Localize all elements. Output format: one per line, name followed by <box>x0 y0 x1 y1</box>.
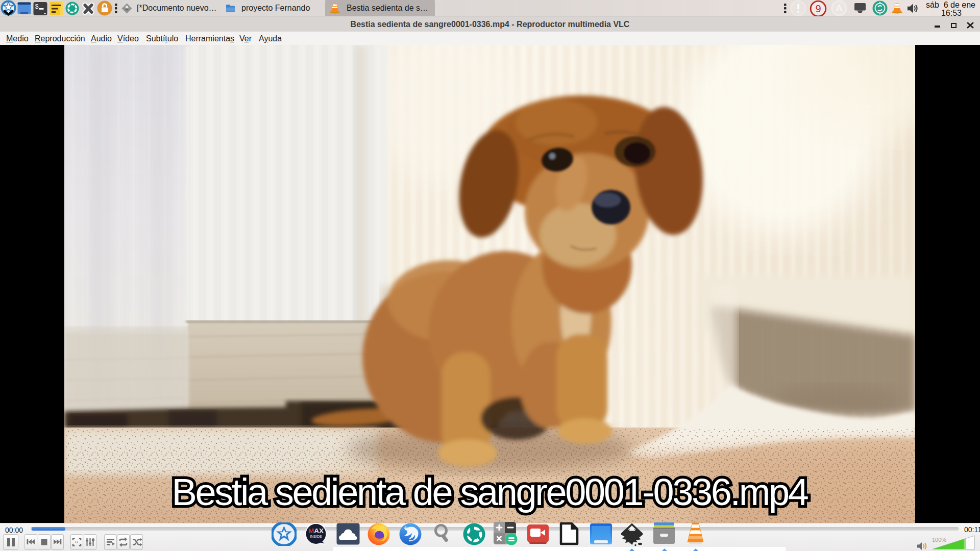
svg-text:A: A <box>836 4 842 13</box>
svg-text:INSIDE: INSIDE <box>310 535 322 538</box>
svg-text:$: $ <box>35 4 39 11</box>
svg-text:Bestia sedienta de sangre0001-: Bestia sedienta de sangre0001-0336.mp4 <box>172 471 808 513</box>
svg-text:9: 9 <box>815 3 821 14</box>
svg-text:MAX: MAX <box>308 527 324 535</box>
